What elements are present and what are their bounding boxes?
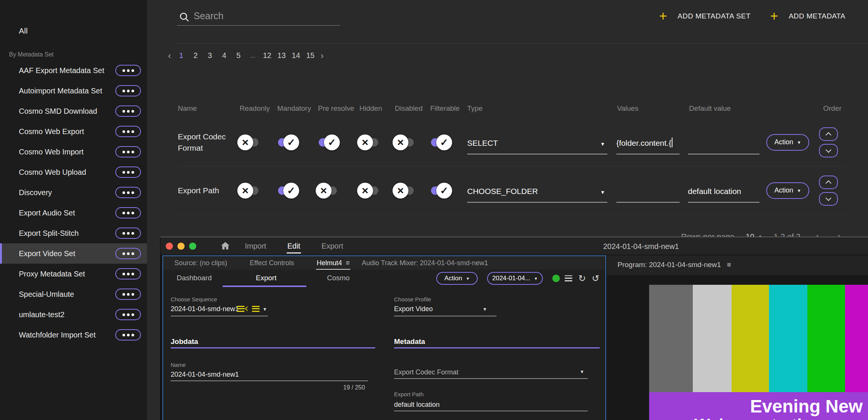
item-menu-button[interactable]: [115, 126, 141, 137]
move-down-button[interactable]: [819, 144, 838, 157]
page-number[interactable]: 14: [292, 51, 300, 60]
tab-audio-track-mixer[interactable]: Audio Track Mixer: 2024-01-04-smd-new1: [362, 256, 488, 270]
toggle-readonly[interactable]: [237, 183, 260, 199]
sidebar-item[interactable]: Proxy Metadata Set: [0, 264, 147, 284]
tab-source[interactable]: Source: (no clips): [174, 256, 227, 270]
page-number[interactable]: 15: [306, 51, 315, 60]
tab-dashboard[interactable]: Dashboard: [177, 270, 212, 286]
color-bar: [807, 285, 845, 392]
item-menu-button[interactable]: [115, 268, 141, 279]
move-down-button[interactable]: [819, 192, 838, 206]
sidebar-item[interactable]: Export Split-Stitch: [0, 223, 147, 243]
ellipsis-icon: [122, 313, 134, 316]
tab-export[interactable]: Export: [321, 238, 344, 254]
action-button[interactable]: Action ▼: [766, 182, 809, 199]
tab-edit[interactable]: Edit: [287, 238, 301, 254]
tab-import[interactable]: Import: [244, 238, 267, 254]
page-number[interactable]: 12: [263, 51, 271, 60]
refresh-icon[interactable]: ↻: [578, 274, 586, 283]
sidebar-item[interactable]: umlaute-test2: [0, 304, 147, 325]
sidebar-item[interactable]: Cosmo Web Export: [0, 121, 147, 142]
item-menu-button[interactable]: [115, 65, 141, 76]
sync-icon[interactable]: ↺: [592, 274, 599, 283]
tab-cosmo[interactable]: Cosmo: [327, 270, 350, 286]
panel-menu-icon[interactable]: ≡: [727, 261, 731, 269]
minimize-window-icon[interactable]: [177, 243, 185, 250]
page-number[interactable]: 13: [277, 51, 286, 60]
default-value-input[interactable]: default location: [688, 179, 760, 203]
tab-effect-controls[interactable]: Effect Controls: [250, 256, 294, 270]
home-icon[interactable]: [220, 241, 231, 251]
sidebar-item[interactable]: Discovery: [0, 182, 147, 203]
toggle-filterable[interactable]: [428, 183, 451, 199]
page-number[interactable]: 3: [206, 51, 214, 60]
next-page-icon[interactable]: ›: [321, 52, 324, 60]
default-value-input[interactable]: [688, 130, 760, 154]
sidebar-item[interactable]: Export Audio Set: [0, 203, 147, 223]
move-up-button[interactable]: [819, 127, 838, 141]
item-menu-button[interactable]: [115, 329, 141, 341]
page-number[interactable]: 1: [177, 51, 185, 60]
values-input[interactable]: {folder.content.{: [616, 130, 680, 154]
item-menu-button[interactable]: [115, 289, 141, 300]
type-select[interactable]: SELECT ▼: [467, 130, 607, 154]
codec-select[interactable]: Export Codec Format: [394, 368, 458, 376]
sidebar-item[interactable]: Cosmo SMD Download: [0, 101, 147, 121]
action-button[interactable]: Action ▼: [766, 134, 809, 151]
tab-helmut4[interactable]: Helmut4 ≡: [317, 256, 350, 270]
maximize-window-icon[interactable]: [189, 243, 196, 250]
toggle-mandatory[interactable]: [275, 183, 298, 199]
export-path-input[interactable]: default location: [394, 401, 440, 409]
values-input[interactable]: [616, 179, 680, 203]
close-window-icon[interactable]: [166, 243, 173, 250]
col-header-values: Values: [612, 104, 685, 113]
toggle-pre-resolve[interactable]: [316, 134, 338, 150]
add-metadata-button[interactable]: + ADD METADATA: [770, 11, 845, 22]
item-menu-button[interactable]: [115, 207, 141, 218]
sequence-menu-icon[interactable]: [252, 306, 260, 312]
dropdown-arrow-icon[interactable]: ▼: [483, 307, 487, 312]
sidebar-item[interactable]: Cosmo Web Import: [0, 142, 147, 162]
page-number[interactable]: 4: [220, 51, 228, 60]
move-up-button[interactable]: [819, 176, 838, 189]
toggle-filterable[interactable]: [428, 134, 451, 150]
toggle-pre-resolve[interactable]: [316, 183, 338, 199]
sidebar-item[interactable]: Watchfolder Import Set: [0, 325, 147, 345]
item-menu-button[interactable]: [115, 146, 141, 157]
toggle-readonly[interactable]: [237, 134, 260, 150]
item-menu-button[interactable]: [115, 228, 141, 239]
sidebar-item[interactable]: Export Video Set: [0, 243, 147, 264]
sidebar-item[interactable]: Special-Umlaute: [0, 284, 147, 304]
item-menu-button[interactable]: [115, 309, 141, 320]
sequence-icon[interactable]: [237, 306, 245, 312]
item-menu-button[interactable]: [115, 166, 141, 178]
sidebar-item[interactable]: Autoimport Metadata Set: [0, 81, 147, 101]
sidebar-item[interactable]: Cosmo Web Upload: [0, 162, 147, 182]
toggle-disabled[interactable]: [393, 134, 415, 150]
page-number[interactable]: 5: [234, 51, 243, 60]
search-input[interactable]: [194, 9, 337, 23]
toggle-hidden[interactable]: [357, 134, 380, 150]
tab-export-helmut[interactable]: Export: [256, 270, 277, 286]
toggle-hidden[interactable]: [357, 183, 380, 199]
date-dropdown[interactable]: 2024-01-04... ▼: [487, 272, 543, 285]
item-menu-button[interactable]: [115, 248, 141, 259]
menu-icon[interactable]: [565, 275, 572, 281]
page-number[interactable]: 2: [191, 51, 200, 60]
name-input[interactable]: 2024-01-04-smd-new1: [171, 371, 239, 379]
type-select[interactable]: CHOOSE_FOLDER ▼: [467, 179, 607, 203]
action-dropdown[interactable]: Action ▼: [436, 272, 478, 285]
toggle-mandatory[interactable]: [275, 134, 298, 150]
item-menu-button[interactable]: [115, 85, 141, 96]
panel-menu-icon[interactable]: ≡: [346, 259, 350, 267]
toggle-disabled[interactable]: [393, 183, 415, 199]
item-menu-button[interactable]: [115, 105, 141, 117]
prev-page-icon[interactable]: ‹: [168, 52, 171, 60]
add-metadata-set-button[interactable]: + ADD METADATA SET: [659, 11, 751, 22]
sidebar-item-all[interactable]: All: [19, 26, 28, 35]
dropdown-arrow-icon[interactable]: ▼: [263, 307, 267, 312]
sidebar-item[interactable]: AAF Export Metadata Set: [0, 60, 147, 81]
window-titlebar[interactable]: Import Edit Export 2024-01-04-smd-new1: [160, 237, 868, 255]
item-menu-button[interactable]: [115, 187, 141, 198]
dropdown-arrow-icon[interactable]: ▼: [580, 369, 584, 374]
